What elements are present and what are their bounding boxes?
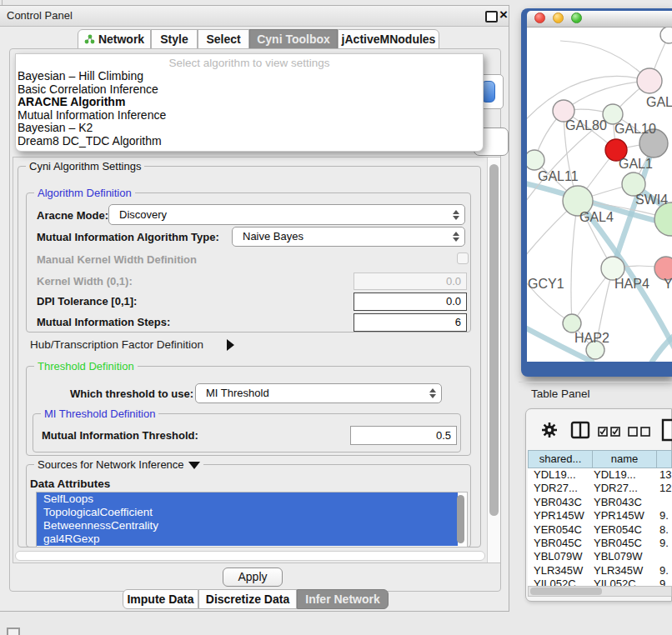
stepper-arrows-icon — [452, 210, 459, 220]
panel-divider — [519, 382, 672, 382]
table-settings-gear-icon[interactable] — [540, 420, 559, 443]
network-node[interactable] — [563, 314, 581, 332]
algorithm-dropdown-item[interactable]: Mutual Information Inference — [18, 109, 468, 122]
stepper-arrows-icon — [429, 388, 435, 398]
dpi-tolerance-input[interactable]: 0.0 — [354, 292, 467, 311]
data-attribute-item[interactable]: BetweennessCentrality — [37, 519, 458, 532]
dpi-tolerance-label: DPI Tolerance [0,1]: — [37, 295, 137, 308]
table-cell: 13 — [659, 468, 671, 482]
mi-threshold-label: Mutual Information Threshold: — [42, 429, 198, 442]
network-node[interactable] — [660, 28, 672, 43]
tab-label: Network — [98, 32, 144, 46]
tab-label: Discretize Data — [206, 592, 289, 606]
table-body[interactable]: YDL19...YDL19...13YDR27...YDR27...12YBR0… — [528, 468, 672, 586]
tab-discretize-data[interactable]: Discretize Data — [198, 589, 297, 609]
column-header-shared-name[interactable]: shared... — [528, 450, 593, 468]
mi-threshold-input[interactable]: 0.5 — [350, 426, 457, 445]
network-node[interactable] — [637, 68, 662, 93]
table-row[interactable]: YDR27...YDR27...12 — [528, 482, 672, 495]
algorithm-dropdown-item[interactable]: ARACNE Algorithm — [18, 96, 468, 109]
which-threshold-value: MI Threshold — [206, 387, 269, 399]
network-edge[interactable] — [560, 41, 649, 81]
table-cell: 12 — [659, 482, 671, 495]
mi-steps-input[interactable]: 6 — [354, 313, 467, 332]
table-cell: YPR145W — [594, 509, 644, 522]
stepper-arrows-icon — [452, 232, 459, 242]
network-node[interactable] — [654, 202, 672, 236]
network-canvas[interactable]: GAL7GAL80GAL10GAL1GAL11SWI4GAL4GCY1HAP4Y… — [527, 28, 672, 362]
table-row[interactable]: YPR145WYPR145W9. — [528, 509, 672, 522]
network-node-label: SWI4 — [635, 192, 668, 207]
table-cell: YBL079W — [534, 550, 583, 563]
which-threshold-select[interactable]: MI Threshold — [195, 383, 442, 403]
tab-impute-data[interactable]: Impute Data — [123, 589, 198, 609]
table-row[interactable]: YBR045CYBR045C9. — [528, 537, 672, 550]
algorithm-dropdown-item[interactable]: Basic Correlation Inference — [18, 83, 468, 97]
aracne-mode-value: Discovery — [119, 208, 167, 221]
tab-cyni-toolbox[interactable]: Cyni Toolbox — [249, 29, 338, 49]
table-row[interactable]: YBR043CYBR043C — [528, 496, 672, 509]
mac-minimize-icon[interactable] — [553, 12, 564, 23]
algorithm-dropdown[interactable]: Select algorithm to view settings Bayesi… — [15, 53, 484, 152]
control-panel-title: Control Panel — [7, 9, 73, 22]
settings-horizontal-scrollbar[interactable] — [15, 551, 485, 561]
control-panel-titlebar[interactable]: Control Panel × — [0, 6, 509, 27]
table-row[interactable]: YIL052CYIL052C9 — [528, 578, 672, 586]
file-icon[interactable] — [661, 418, 672, 445]
table-cell: YBR043C — [594, 496, 642, 509]
tab-label: Infer Network — [305, 592, 379, 606]
table-cell: 9. — [659, 564, 669, 578]
aracne-mode-select[interactable]: Discovery — [108, 204, 465, 225]
mi-algorithm-type-value: Naive Bayes — [243, 230, 303, 242]
hub-definition-label: Hub/Transcription Factor Definition — [30, 338, 203, 351]
table-cell: YBR043C — [534, 496, 582, 509]
manual-kernel-width-label: Manual Kernel Width Definition — [37, 253, 197, 266]
table-cell: YER054C — [594, 523, 642, 537]
tab-network[interactable]: Network — [78, 29, 151, 49]
mac-zoom-icon[interactable] — [571, 12, 582, 23]
network-window-titlebar[interactable] — [527, 11, 672, 28]
network-node[interactable] — [527, 150, 544, 170]
close-icon[interactable]: × — [499, 7, 508, 23]
tab-style[interactable]: Style — [151, 29, 198, 49]
tab-jactivemnodules[interactable]: jActiveMNodules — [338, 29, 439, 49]
algorithm-definition-title: Algorithm Definition — [34, 187, 135, 199]
split-columns-icon[interactable] — [570, 420, 590, 443]
settings-vertical-scrollbar-thumb[interactable] — [489, 164, 499, 516]
network-edge[interactable] — [571, 201, 578, 323]
algorithm-dropdown-item[interactable]: Dream8 DC_TDC Algorithm — [18, 135, 468, 148]
table-row[interactable]: YBL079WYBL079W — [528, 550, 672, 563]
manual-kernel-width-checkbox[interactable] — [457, 252, 469, 264]
sources-group-title: Sources for Network Inference — [34, 458, 203, 471]
table-row[interactable]: YER054CYER054C8. — [528, 523, 672, 537]
column-header-name[interactable]: name — [592, 450, 657, 468]
tab-label: jActiveMNodules — [342, 32, 436, 46]
algorithm-dropdown-item[interactable]: Bayesian – Hill Climbing — [18, 70, 468, 83]
data-attributes-list[interactable]: SelfLoopsTopologicalCoefficientBetweenne… — [36, 492, 468, 548]
collapse-expander-icon[interactable] — [188, 462, 200, 469]
data-attribute-item[interactable]: SelfLoops — [37, 492, 458, 506]
apply-button[interactable]: Apply — [223, 568, 283, 587]
mi-algorithm-type-select[interactable]: Naive Bayes — [232, 227, 465, 247]
algorithm-dropdown-list: Bayesian – Hill ClimbingBasic Correlatio… — [18, 70, 468, 148]
data-attribute-item[interactable]: gal4RGexp — [37, 532, 458, 546]
mac-close-icon[interactable] — [534, 12, 545, 23]
kernel-width-input[interactable]: 0.0 — [354, 272, 467, 290]
data-attributes-label: Data Attributes — [30, 478, 110, 490]
tab-select[interactable]: Select — [198, 29, 249, 49]
table-row[interactable]: YDL19...YDL19...13 — [528, 468, 672, 482]
data-attribute-item[interactable]: TopologicalCoefficient — [37, 506, 458, 519]
table-row[interactable]: YLR345WYLR345W9. — [528, 564, 672, 578]
tab-infer-network[interactable]: Infer Network — [297, 589, 389, 609]
select-all-checkboxes-icon[interactable] — [598, 425, 621, 440]
float-window-icon[interactable] — [485, 11, 498, 22]
network-node-label: GAL10 — [614, 122, 656, 136]
table-horizontal-scrollbar-thumb[interactable] — [530, 588, 602, 595]
algorithm-dropdown-item[interactable]: Bayesian – K2 — [18, 122, 468, 135]
hub-expander-icon[interactable] — [227, 339, 234, 351]
mi-steps-label: Mutual Information Steps: — [37, 316, 170, 328]
attributes-list-scrollbar[interactable] — [457, 495, 464, 543]
deselect-all-checkboxes-icon[interactable] — [628, 425, 651, 440]
network-tab-icon — [84, 31, 95, 41]
column-header-partial[interactable] — [656, 450, 672, 468]
